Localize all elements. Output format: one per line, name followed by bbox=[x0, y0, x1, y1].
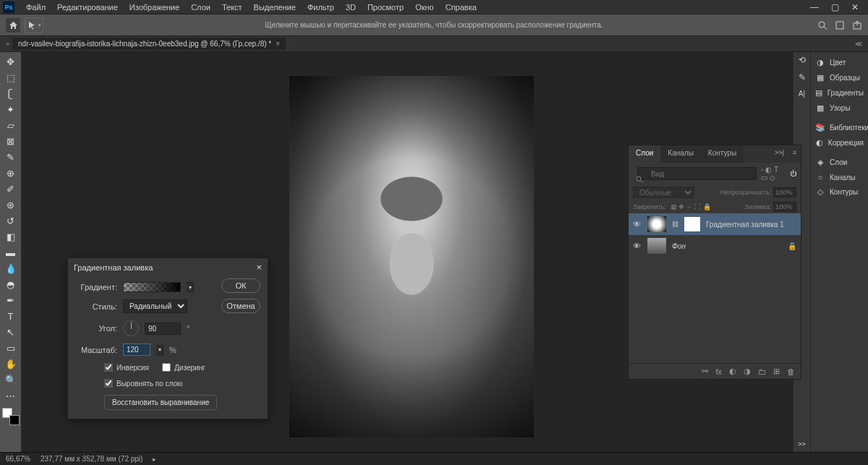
brush-presets-icon[interactable]: ✎ bbox=[799, 72, 806, 82]
tool-zoom[interactable]: 🔍 bbox=[3, 373, 19, 386]
tool-type[interactable]: T bbox=[3, 310, 19, 323]
tool-move[interactable]: ✥ bbox=[3, 55, 19, 68]
menu-image[interactable]: Изображение bbox=[124, 3, 185, 12]
fx-icon[interactable]: fx bbox=[715, 367, 722, 376]
group-icon[interactable]: 🗀 bbox=[758, 367, 766, 376]
lock-icons[interactable]: ▦ ✚ ↔ ⛶ 🔒 bbox=[671, 203, 711, 210]
menu-file[interactable]: Файл bbox=[20, 3, 51, 12]
visibility-toggle[interactable]: 👁 bbox=[633, 220, 642, 229]
current-tool-icon[interactable]: ▾ bbox=[25, 17, 43, 33]
tool-clone[interactable]: ⊛ bbox=[3, 198, 19, 211]
search-icon[interactable] bbox=[817, 20, 827, 30]
menu-window[interactable]: Окно bbox=[409, 3, 440, 12]
panel-layers[interactable]: ◈Слои bbox=[811, 155, 868, 170]
layer-search-input[interactable] bbox=[637, 167, 757, 180]
tool-heal[interactable]: ⊕ bbox=[3, 166, 19, 179]
status-chevron-icon[interactable]: ▸ bbox=[153, 456, 156, 463]
dialog-close-icon[interactable]: × bbox=[256, 262, 262, 273]
align-checkbox[interactable]: Выровнять по слою bbox=[104, 379, 260, 388]
tool-dodge[interactable]: ◓ bbox=[3, 278, 19, 291]
tab-expand-icon[interactable]: » bbox=[3, 40, 12, 48]
panel-paths[interactable]: ◇Контуры bbox=[811, 184, 868, 200]
angle-input[interactable] bbox=[145, 323, 181, 335]
tool-history-brush[interactable]: ↺ bbox=[3, 214, 19, 227]
layer-name[interactable]: Фон bbox=[672, 242, 686, 250]
tool-edit-toolbar[interactable]: ⋯ bbox=[3, 389, 19, 402]
color-swatches[interactable] bbox=[2, 408, 20, 425]
panel-adjustments[interactable]: ◐Коррекция bbox=[811, 135, 868, 150]
menu-type[interactable]: Текст bbox=[216, 3, 248, 12]
menu-layer[interactable]: Слои bbox=[185, 3, 216, 12]
tool-lasso[interactable]: ʗ bbox=[3, 87, 19, 100]
filter-toggle-icon[interactable]: ⏻ bbox=[790, 170, 796, 177]
panel-patterns[interactable]: ▩Узоры bbox=[811, 101, 868, 116]
tab-paths[interactable]: Контуры bbox=[701, 145, 744, 163]
visibility-toggle[interactable]: 👁 bbox=[633, 242, 642, 250]
layer-name[interactable]: Градиентная заливка 1 bbox=[706, 221, 784, 229]
char-panel-icon[interactable]: A| bbox=[799, 90, 805, 98]
angle-dial[interactable] bbox=[123, 320, 139, 336]
tab-overflow-icon[interactable]: ≪ bbox=[855, 40, 865, 48]
frame-icon[interactable] bbox=[835, 20, 845, 30]
zoom-level[interactable]: 66,67% bbox=[6, 455, 30, 463]
window-close[interactable]: ✕ bbox=[845, 2, 865, 12]
new-layer-icon[interactable]: ⊞ bbox=[773, 367, 780, 376]
tool-crop[interactable]: ▱ bbox=[3, 119, 19, 132]
menu-help[interactable]: Справка bbox=[440, 3, 482, 12]
window-minimize[interactable]: — bbox=[804, 2, 825, 12]
tab-close-icon[interactable]: × bbox=[276, 40, 280, 48]
ok-button[interactable]: ОК bbox=[221, 278, 260, 293]
tool-pen[interactable]: ✒ bbox=[3, 294, 19, 307]
menu-filter[interactable]: Фильтр bbox=[302, 3, 340, 12]
link-icon[interactable]: ⛓ bbox=[672, 221, 678, 228]
tool-wand[interactable]: ✦ bbox=[3, 103, 19, 116]
panel-color[interactable]: ◑Цвет bbox=[811, 55, 868, 70]
doc-info[interactable]: 237,77 мм x 352,78 мм (72 ppi) bbox=[41, 455, 142, 463]
scale-input[interactable] bbox=[123, 344, 150, 356]
layer-filter-icons[interactable]: ▫ ◐ T ▭ ◇ bbox=[761, 166, 786, 182]
menu-3d[interactable]: 3D bbox=[340, 3, 362, 12]
link-layers-icon[interactable]: ⚯ bbox=[702, 367, 708, 376]
share-icon[interactable] bbox=[852, 20, 862, 30]
panel-libraries[interactable]: 📚Библиотеки bbox=[811, 120, 868, 135]
style-select[interactable]: Радиальный bbox=[123, 299, 187, 313]
menu-select[interactable]: Выделение bbox=[248, 3, 302, 12]
home-button[interactable] bbox=[6, 18, 20, 33]
window-maximize[interactable]: ▢ bbox=[825, 2, 845, 12]
gradient-preview[interactable] bbox=[123, 282, 181, 292]
dither-checkbox[interactable]: Дизеринг bbox=[162, 363, 205, 372]
tool-brush[interactable]: ✐ bbox=[3, 182, 19, 195]
tool-eraser[interactable]: ◧ bbox=[3, 230, 19, 243]
tool-blur[interactable]: 💧 bbox=[3, 262, 19, 275]
panel-menu-icon[interactable]: ≡ bbox=[788, 145, 801, 163]
tool-marquee[interactable]: ⬚ bbox=[3, 71, 19, 84]
document-tab[interactable]: ndr-vasilev-biografija-istorika-lichnaja… bbox=[12, 38, 286, 50]
adjustment-icon[interactable]: ◑ bbox=[744, 367, 751, 376]
invert-checkbox[interactable]: Инверсия bbox=[104, 363, 149, 372]
fill-input[interactable] bbox=[773, 202, 796, 212]
scale-dropdown-icon[interactable]: ▾ bbox=[156, 345, 163, 355]
tool-path-select[interactable]: ↖ bbox=[3, 325, 19, 338]
menu-view[interactable]: Просмотр bbox=[362, 3, 409, 12]
strip-expand-icon[interactable]: >> bbox=[798, 440, 806, 448]
layer-gradient-fill[interactable]: 👁 ⛓ Градиентная заливка 1 bbox=[629, 213, 801, 235]
cancel-button[interactable]: Отмена bbox=[221, 299, 260, 313]
tab-channels[interactable]: Каналы bbox=[660, 145, 701, 163]
reset-align-button[interactable]: Восстановить выравнивание bbox=[104, 395, 217, 410]
tool-gradient[interactable]: ▬ bbox=[3, 246, 19, 259]
mask-icon[interactable]: ◐ bbox=[729, 367, 736, 376]
dialog-titlebar[interactable]: Градиентная заливка × bbox=[68, 258, 268, 276]
tool-hand[interactable]: ✋ bbox=[3, 357, 19, 370]
tool-shape[interactable]: ▭ bbox=[3, 341, 19, 354]
menu-edit[interactable]: Редактирование bbox=[51, 3, 124, 12]
background-swatch[interactable] bbox=[9, 415, 20, 425]
delete-icon[interactable]: 🗑 bbox=[787, 367, 795, 376]
tool-eyedropper[interactable]: ✎ bbox=[3, 150, 19, 163]
panel-collapse-icon[interactable]: >>| bbox=[770, 145, 788, 163]
opacity-input[interactable] bbox=[773, 187, 796, 197]
panel-gradients[interactable]: ▤Градиенты bbox=[811, 85, 868, 101]
layer-background[interactable]: 👁 Фон 🔒 bbox=[629, 235, 801, 257]
panel-channels[interactable]: ○Каналы bbox=[811, 170, 868, 184]
tab-layers[interactable]: Слои bbox=[629, 145, 660, 163]
panel-swatches[interactable]: ▦Образцы bbox=[811, 70, 868, 85]
